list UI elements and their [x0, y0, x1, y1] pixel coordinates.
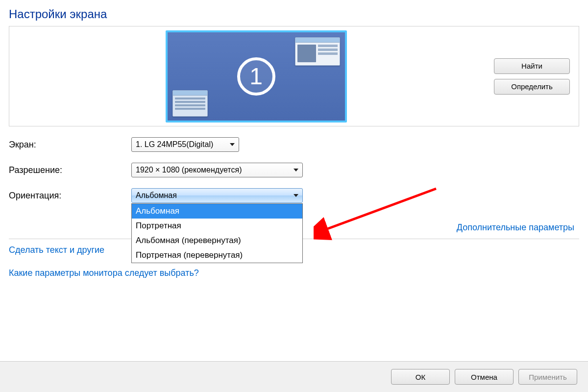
chevron-down-icon [294, 169, 298, 172]
preview-window-icon [295, 37, 340, 66]
orientation-value: Альбомная [136, 191, 177, 200]
resolution-value: 1920 × 1080 (рекомендуется) [136, 166, 242, 174]
settings-form: Экран: 1. LG 24MP55(Digital) Разрешение:… [0, 126, 588, 203]
apply-button[interactable]: Применить [518, 369, 577, 385]
row-orientation: Ориентация: Альбомная Альбомная Портретн… [9, 188, 579, 203]
side-buttons: Найти Определить [494, 58, 570, 95]
detect-button[interactable]: Найти [494, 58, 570, 74]
link-row-help: Какие параметры монитора следует выбрать… [0, 268, 588, 278]
label-display: Экран: [9, 140, 131, 150]
identify-button[interactable]: Определить [494, 79, 570, 95]
display-value: 1. LG 24MP55(Digital) [136, 140, 213, 149]
orientation-option[interactable]: Портретная (перевернутая) [132, 248, 302, 263]
row-resolution: Разрешение: 1920 × 1080 (рекомендуется) [9, 163, 579, 177]
cancel-button[interactable]: Отмена [455, 369, 514, 385]
orientation-option[interactable]: Альбомная (перевернутая) [132, 233, 302, 248]
orientation-popup: Альбомная Портретная Альбомная (переверн… [131, 203, 303, 263]
row-display: Экран: 1. LG 24MP55(Digital) [9, 137, 579, 152]
page-title: Настройки экрана [0, 0, 588, 26]
monitor-number: 1 [237, 57, 275, 96]
label-orientation: Ориентация: [9, 191, 131, 201]
monitor-preview-panel: 1 Найти Определить [9, 26, 579, 126]
dialog-button-bar: ОК Отмена Применить [0, 362, 588, 392]
chevron-down-icon [230, 143, 235, 146]
resolution-dropdown[interactable]: 1920 × 1080 (рекомендуется) [131, 163, 303, 177]
monitor-preview-area[interactable]: 1 [18, 26, 494, 126]
ok-button[interactable]: ОК [391, 369, 450, 385]
display-dropdown[interactable]: 1. LG 24MP55(Digital) [131, 137, 239, 152]
chevron-down-icon [294, 194, 298, 197]
preview-list-icon [172, 90, 208, 117]
advanced-settings-link[interactable]: Дополнительные параметры [457, 222, 574, 232]
monitor-1[interactable]: 1 [166, 30, 347, 122]
orientation-option[interactable]: Альбомная [132, 204, 302, 219]
text-size-link[interactable]: Сделать текст и другие [9, 245, 104, 255]
label-resolution: Разрешение: [9, 165, 131, 175]
orientation-option[interactable]: Портретная [132, 219, 302, 233]
orientation-dropdown[interactable]: Альбомная Альбомная Портретная Альбомная… [131, 188, 303, 203]
which-settings-link[interactable]: Какие параметры монитора следует выбрать… [9, 268, 199, 278]
